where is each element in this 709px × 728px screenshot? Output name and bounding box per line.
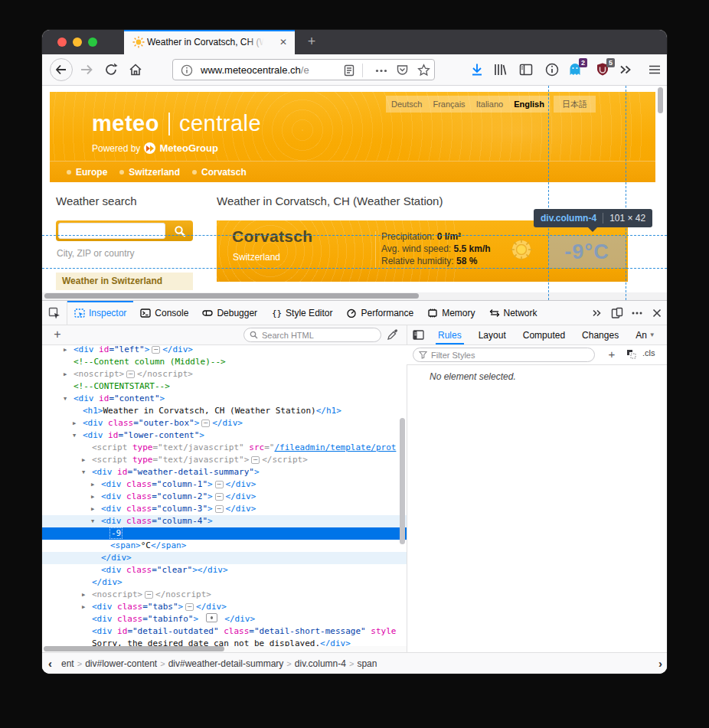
reload-button[interactable] bbox=[103, 62, 119, 77]
collapse-arrow-icon[interactable]: ▼ bbox=[73, 429, 76, 442]
panel-divider[interactable] bbox=[407, 325, 407, 652]
expand-arrow-icon[interactable]: ▶ bbox=[91, 491, 94, 503]
markup-row[interactable]: <div class="tabinfo"> </div> bbox=[42, 613, 407, 625]
filter-styles-input[interactable]: Filter Styles bbox=[413, 348, 595, 362]
markup-row[interactable]: ▶<div class="tabs">⋯</div> bbox=[42, 601, 407, 613]
ellipsis-pill[interactable]: ⋯ bbox=[126, 371, 135, 378]
expand-arrow-icon[interactable]: ▶ bbox=[82, 454, 85, 466]
devtools-close-icon[interactable] bbox=[647, 309, 667, 318]
collapse-sidebar-icon[interactable] bbox=[407, 325, 430, 344]
url-text[interactable]: www.meteocentrale.ch/e bbox=[201, 64, 309, 76]
markup-row[interactable]: <div id="detail-outdated" class="detail-… bbox=[42, 625, 407, 638]
site-logo[interactable]: meteo centrale bbox=[92, 111, 261, 136]
reader-mode-icon[interactable] bbox=[343, 64, 355, 77]
collapse-arrow-icon[interactable]: ▼ bbox=[64, 393, 67, 405]
markup-row[interactable]: ▶<div id="left">⋯</div> bbox=[42, 344, 407, 356]
language-link-3[interactable]: English bbox=[509, 100, 549, 109]
forward-button[interactable] bbox=[79, 62, 94, 77]
add-rule-button[interactable]: + bbox=[604, 346, 619, 363]
zoom-window-button[interactable] bbox=[88, 38, 97, 47]
devtools-breadcrumb-item[interactable]: div#lower-content bbox=[85, 658, 157, 669]
markup-row[interactable]: <span>°C</span> bbox=[42, 540, 407, 552]
tab-close-icon[interactable]: ✕ bbox=[277, 36, 289, 48]
markup-row[interactable]: ▼<div id="weather-detail-summary"> bbox=[42, 466, 407, 478]
collapse-arrow-icon[interactable]: ▼ bbox=[91, 515, 94, 527]
page-vertical-scrollbar-thumb[interactable] bbox=[658, 87, 663, 113]
site-breadcrumb-item[interactable]: Europe bbox=[67, 167, 107, 178]
language-link-2[interactable]: Italiano bbox=[472, 100, 508, 109]
new-tab-button[interactable]: + bbox=[302, 33, 321, 51]
expand-arrow-icon[interactable]: ▶ bbox=[64, 368, 67, 380]
url-bar[interactable]: www.meteocentrale.ch/e bbox=[172, 59, 435, 80]
bookmark-star-icon[interactable] bbox=[417, 64, 430, 77]
minimize-window-button[interactable] bbox=[73, 38, 82, 47]
devtools-breadcrumb-item[interactable]: div#weather-detail-summary bbox=[168, 658, 284, 669]
markup-row[interactable]: <!--Content column (Middle)--> bbox=[42, 356, 407, 368]
sidebar-tab-rules[interactable]: Rules bbox=[430, 325, 470, 344]
expand-arrow-icon[interactable]: ▶ bbox=[73, 417, 76, 429]
library-icon[interactable] bbox=[492, 62, 508, 77]
pseudo-class-icon[interactable] bbox=[626, 349, 636, 359]
devtools-breadcrumb-item[interactable]: span bbox=[357, 658, 377, 669]
ellipsis-pill[interactable]: ⋯ bbox=[185, 603, 194, 611]
markup-row[interactable]: </div> bbox=[42, 552, 407, 564]
language-link-1[interactable]: Français bbox=[428, 100, 469, 109]
markup-row[interactable]: </div> bbox=[42, 576, 407, 589]
markup-vertical-scrollbar-thumb[interactable] bbox=[400, 418, 405, 544]
devtools-meatball-menu-icon[interactable] bbox=[627, 312, 647, 315]
devtools-tab-network[interactable]: Network bbox=[482, 301, 544, 325]
ellipsis-pill[interactable]: ⋯ bbox=[145, 591, 153, 599]
markup-row[interactable]: <h1>Weather in Corvatsch, CH (Weather St… bbox=[42, 405, 407, 417]
markup-row[interactable]: <!--CONTENTSTART--> bbox=[42, 380, 407, 393]
collapse-arrow-icon[interactable]: ▼ bbox=[82, 466, 85, 478]
markup-row[interactable]: ▶<div class="column-2">⋯</div> bbox=[42, 491, 407, 503]
ghostery-icon[interactable]: 2 bbox=[567, 62, 583, 77]
devtools-breadcrumb-item[interactable]: div.column-4 bbox=[295, 658, 346, 669]
back-button[interactable] bbox=[50, 58, 73, 81]
sidebar-tab-computed[interactable]: Computed bbox=[515, 325, 573, 344]
sidebar-tab-changes[interactable]: Changes bbox=[573, 325, 627, 344]
markup-row[interactable]: <script type="text/javascript" src="/fil… bbox=[42, 442, 407, 454]
more-tools-chevron-icon[interactable] bbox=[587, 308, 607, 318]
ellipsis-pill[interactable]: ⋯ bbox=[201, 419, 210, 427]
page-horizontal-scrollbar[interactable] bbox=[42, 292, 667, 300]
responsive-design-mode-icon[interactable] bbox=[607, 307, 627, 319]
overflow-menu-icon[interactable] bbox=[618, 62, 633, 77]
pocket-icon[interactable] bbox=[396, 64, 409, 77]
markup-row[interactable]: -9 bbox=[42, 527, 407, 540]
devtools-tab-memory[interactable]: Memory bbox=[420, 301, 482, 325]
markup-horizontal-scrollbar[interactable] bbox=[42, 646, 407, 652]
cls-button[interactable]: .cls bbox=[642, 348, 655, 357]
expand-arrow-icon[interactable]: ▶ bbox=[64, 344, 67, 356]
ellipsis-pill[interactable]: ⋯ bbox=[215, 481, 224, 488]
site-breadcrumb-item[interactable]: Corvatsch bbox=[192, 167, 247, 178]
search-button[interactable] bbox=[168, 222, 191, 240]
language-link-4[interactable]: 日本語 bbox=[557, 99, 592, 110]
markup-horizontal-scrollbar-thumb[interactable] bbox=[44, 646, 224, 651]
breadcrumb-scroll-right-icon[interactable]: › bbox=[658, 657, 662, 670]
ellipsis-pill[interactable]: ⋯ bbox=[215, 505, 224, 513]
site-breadcrumb-item[interactable]: Switzerland bbox=[119, 167, 180, 178]
page-horizontal-scrollbar-thumb[interactable] bbox=[44, 293, 419, 299]
downloads-icon[interactable] bbox=[469, 62, 485, 77]
markup-row[interactable]: ▼<div id="content"> bbox=[42, 393, 407, 405]
expand-arrow-icon[interactable]: ▶ bbox=[91, 503, 94, 515]
extension-info-icon[interactable] bbox=[544, 62, 560, 77]
markup-row[interactable]: ▶<noscript>⋯</noscript> bbox=[42, 589, 407, 601]
markup-row[interactable]: ▶<div class="column-3">⋯</div> bbox=[42, 503, 407, 515]
ellipsis-pill[interactable]: ⋯ bbox=[215, 493, 224, 501]
markup-row[interactable]: ▼<div class="column-4"> bbox=[42, 515, 407, 527]
sidebar-toggle-icon[interactable] bbox=[518, 62, 534, 77]
ellipsis-pill[interactable]: ⋯ bbox=[152, 346, 160, 354]
hamburger-menu-icon[interactable] bbox=[647, 62, 662, 77]
markup-row[interactable]: ▶<div class="outer-box">⋯</div> bbox=[42, 417, 407, 429]
sidebar-tab-layout[interactable]: Layout bbox=[470, 325, 515, 344]
site-info-icon[interactable] bbox=[181, 64, 193, 77]
expand-arrow-icon[interactable]: ▶ bbox=[91, 478, 94, 491]
close-window-button[interactable] bbox=[57, 38, 67, 47]
markup-row[interactable]: ▶<noscript>⋯</noscript> bbox=[42, 368, 407, 380]
markup-row[interactable]: ▼<div id="lower-content"> bbox=[42, 429, 407, 442]
devtools-breadcrumb-item[interactable]: ent bbox=[61, 658, 74, 669]
sidebar-link-switzerland[interactable]: Weather in Switzerland bbox=[56, 273, 193, 290]
markup-row[interactable]: <div class="clear"></div> bbox=[42, 564, 407, 576]
